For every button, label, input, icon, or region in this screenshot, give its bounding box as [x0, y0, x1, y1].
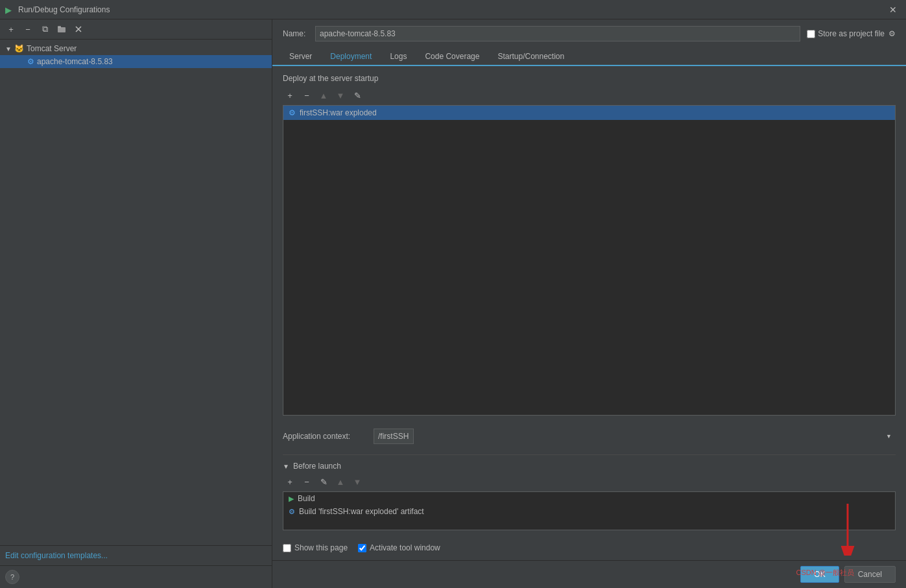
deploy-item-label-0: firstSSH:war exploded — [300, 108, 377, 117]
deploy-toolbar: + − ▲ ▼ ✎ — [283, 88, 896, 102]
before-launch-toolbar: + − ✎ ▲ ▼ — [283, 475, 896, 489]
activate-tool-window-label[interactable]: Activate tool window — [370, 543, 440, 552]
name-row: Name: Store as project file ⚙ — [272, 19, 906, 48]
left-toolbar: + − ⧉ — [0, 19, 272, 40]
copy-config-button[interactable]: ⧉ — [38, 22, 52, 36]
apache-tomcat-item[interactable]: ▶ ⚙ apache-tomcat-8.5.83 — [0, 55, 272, 68]
folder-config-button[interactable] — [54, 22, 69, 36]
left-footer: Edit configuration templates... — [0, 545, 272, 565]
before-item-artifact[interactable]: ⚙ Build 'firstSSH:war exploded' artifact — [283, 505, 895, 518]
tab-deployment[interactable]: Deployment — [321, 48, 381, 66]
deploy-artifact-list: ⚙ firstSSH:war exploded — [283, 105, 896, 416]
deploy-item-0[interactable]: ⚙ firstSSH:war exploded — [283, 106, 895, 120]
deploy-add-button[interactable]: + — [283, 88, 297, 102]
close-button[interactable]: ✕ — [885, 3, 901, 16]
config-tree: ▼ 🐱 Tomcat Server ▶ ⚙ apache-tomcat-8.5.… — [0, 40, 272, 545]
remove-config-button[interactable]: − — [21, 22, 35, 36]
before-launch-toggle[interactable]: ▼ — [283, 463, 289, 470]
store-gear-icon: ⚙ — [888, 29, 896, 38]
tab-startup[interactable]: Startup/Connection — [488, 48, 573, 66]
svg-rect-0 — [58, 27, 66, 32]
store-as-project-label[interactable]: Store as project file — [818, 29, 885, 38]
cancel-button[interactable]: Cancel — [844, 566, 896, 583]
tab-content-deployment: Deploy at the server startup + − ▲ ▼ ✎ ⚙… — [272, 66, 906, 560]
before-item-build[interactable]: ▶ Build — [283, 492, 895, 505]
deploy-item-icon-0: ⚙ — [289, 108, 296, 117]
run-debug-icon: ▶ — [5, 5, 14, 14]
build-icon: ▶ — [289, 495, 294, 503]
title-bar: ▶ Run/Debug Configurations ✕ — [0, 0, 906, 19]
before-launch-label: Before launch — [293, 462, 341, 471]
store-as-project-container: Store as project file ⚙ — [807, 29, 896, 38]
activate-tool-window-checkbox[interactable] — [358, 544, 366, 552]
config-item-label: apache-tomcat-8.5.83 — [37, 57, 113, 66]
group-expand-arrow: ▼ — [5, 45, 12, 53]
tab-server[interactable]: Server — [280, 48, 321, 66]
deploy-remove-button[interactable]: − — [300, 88, 314, 102]
before-edit-button[interactable]: ✎ — [316, 475, 331, 489]
main-layout: + − ⧉ ▼ 🐱 Tomcat Server — [0, 19, 906, 588]
deploy-section-label: Deploy at the server startup — [283, 74, 896, 83]
right-panel: Name: Store as project file ⚙ Server Dep… — [272, 19, 906, 588]
edit-templates-link[interactable]: Edit configuration templates... — [5, 551, 108, 560]
show-page-checkbox[interactable] — [283, 544, 291, 552]
tab-logs[interactable]: Logs — [381, 48, 416, 66]
left-panel: + − ⧉ ▼ 🐱 Tomcat Server — [0, 19, 272, 588]
config-item-icon: ⚙ — [27, 57, 34, 66]
tomcat-server-label: Tomcat Server — [27, 44, 77, 53]
checkboxes-row: Show this page Activate tool window — [283, 543, 896, 552]
svg-rect-1 — [58, 26, 61, 28]
show-page-item: Show this page — [283, 543, 348, 552]
tabs-bar: Server Deployment Logs Code Coverage Sta… — [272, 48, 906, 66]
context-select[interactable]: /firstSSH — [374, 429, 414, 444]
before-item-artifact-label: Build 'firstSSH:war exploded' artifact — [299, 507, 424, 516]
application-context-row: Application context: /firstSSH — [283, 429, 896, 444]
separator — [283, 454, 896, 455]
context-label: Application context: — [283, 432, 367, 441]
deploy-down-button[interactable]: ▼ — [333, 88, 348, 102]
bottom-bar: OK Cancel — [272, 560, 906, 588]
context-select-wrapper: /firstSSH — [374, 429, 896, 444]
sort-config-button[interactable] — [71, 22, 86, 36]
help-button[interactable]: ? — [5, 570, 19, 584]
activate-tool-window-item: Activate tool window — [358, 543, 440, 552]
store-as-project-checkbox[interactable] — [807, 30, 815, 38]
name-label: Name: — [283, 29, 309, 38]
ok-button[interactable]: OK — [800, 566, 839, 583]
before-down-button[interactable]: ▼ — [350, 475, 364, 489]
deploy-edit-button[interactable]: ✎ — [350, 88, 364, 102]
before-up-button[interactable]: ▲ — [333, 475, 348, 489]
name-input[interactable] — [315, 26, 800, 41]
deploy-up-button[interactable]: ▲ — [316, 88, 331, 102]
artifact-icon: ⚙ — [289, 508, 295, 516]
before-item-build-label: Build — [298, 494, 315, 503]
show-page-label[interactable]: Show this page — [294, 543, 348, 552]
before-add-button[interactable]: + — [283, 475, 297, 489]
dialog-title: Run/Debug Configurations — [18, 5, 110, 14]
tab-coverage[interactable]: Code Coverage — [416, 48, 488, 66]
tomcat-server-icon: 🐱 — [14, 44, 24, 53]
tomcat-server-group[interactable]: ▼ 🐱 Tomcat Server — [0, 42, 272, 55]
before-remove-button[interactable]: − — [300, 475, 314, 489]
before-launch-header: ▼ Before launch — [283, 462, 896, 471]
add-config-button[interactable]: + — [4, 22, 18, 36]
before-launch-list: ▶ Build ⚙ Build 'firstSSH:war exploded' … — [283, 491, 896, 530]
